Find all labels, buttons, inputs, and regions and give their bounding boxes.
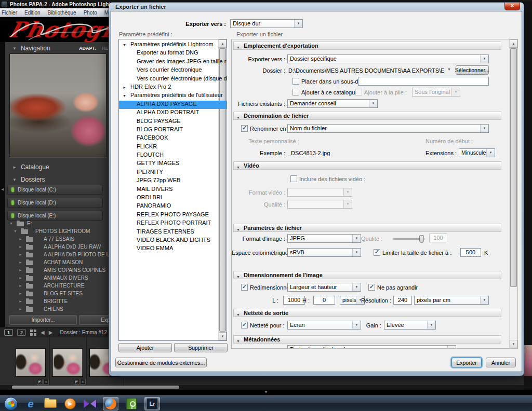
close-icon[interactable]: ✕	[504, 3, 520, 10]
limit-size-input[interactable]: 500	[460, 248, 481, 257]
export-destination-dropdown[interactable]: Disque dur▼	[230, 19, 303, 28]
image-format-dropdown[interactable]: JPEG▼	[287, 234, 361, 243]
preset-video-black-and-lights[interactable]: VIDEO BLACK AND LIGHTS	[119, 237, 227, 245]
second-window-button[interactable]: 2	[17, 329, 26, 336]
add-preset-button[interactable]: Ajouter	[118, 343, 172, 352]
scroll-down-icon[interactable]: ▼	[219, 332, 227, 340]
preset-floutch[interactable]: FLOUTCH	[119, 152, 227, 160]
preset-vers-courrier-lectronique-disque-dur[interactable]: Vers courrier électronique (disque dur)	[119, 75, 227, 84]
filmstrip-source-label[interactable]: Dossier : Emma #12	[60, 330, 107, 335]
navigation-panel-header[interactable]: ▼ Navigation	[12, 45, 50, 52]
folder-photos-lightroom[interactable]: ▼PHOTOS LIGHTROOM	[5, 228, 109, 236]
gain-dropdown[interactable]: Elevée▼	[384, 321, 436, 330]
location-export-to-dropdown[interactable]: Dossier spécifique▼	[287, 54, 489, 63]
menu-biblioth-que[interactable]: Bibliothèque	[48, 10, 76, 16]
lightroom-taskbar-icon[interactable]: Lr	[144, 397, 160, 410]
subfolder-input[interactable]	[358, 77, 489, 86]
next-photo-icon[interactable]: ▶	[49, 330, 53, 335]
menu-fichier[interactable]: Fichier	[2, 10, 17, 16]
preset-getty-images[interactable]: GETTY IMAGES	[119, 160, 227, 168]
preset-list[interactable]: ▲ ▼ ▼Paramètres prédéfinis LightroomExpo…	[118, 39, 227, 341]
add-to-catalog-checkbox[interactable]	[292, 89, 299, 95]
preset-graver-des-images-jpeg-en-taille-r-elle[interactable]: Graver des images JPEG en taille réelle	[119, 58, 227, 66]
preset-flickr[interactable]: FLICKR	[119, 143, 227, 152]
colorspace-dropdown[interactable]: sRVB▼	[287, 248, 361, 257]
scroll-down-icon[interactable]: ▼	[510, 340, 517, 348]
preset-video-emma[interactable]: VIDEO EMMA	[119, 245, 227, 253]
photo-thumbnail[interactable]	[52, 348, 83, 377]
folder-achat-maison[interactable]: ►ACHAT MAISON	[5, 259, 109, 267]
filmstrip-scrollbar-thumb[interactable]	[12, 386, 179, 389]
include-video-checkbox[interactable]	[290, 175, 297, 182]
firefox-icon[interactable]	[103, 397, 118, 410]
height-input[interactable]: 0	[313, 296, 335, 305]
internet-explorer-icon[interactable]: e	[24, 397, 37, 410]
section-header-naming[interactable]: Dénomination de fichier	[233, 112, 501, 120]
sharpen-checkbox[interactable]	[241, 322, 248, 328]
media-player-icon[interactable]: ▶	[63, 397, 77, 410]
volume-disque-local-d[interactable]: Disque local (D:)	[7, 198, 103, 208]
resolution-input[interactable]: 240	[393, 296, 412, 305]
navigator-preview-image[interactable]	[9, 53, 107, 157]
disclosure-icon[interactable]: ▼	[123, 43, 126, 47]
disclosure-icon[interactable]: ►	[19, 299, 22, 303]
filmstrip-thumbnail[interactable]: ◩±	[50, 337, 87, 385]
limit-size-checkbox[interactable]	[374, 249, 380, 256]
preset-ordi-bri[interactable]: ORDI BRI	[119, 194, 227, 202]
select-folder-button[interactable]: Sélectionner...	[456, 65, 489, 75]
disclosure-icon[interactable]: ►	[19, 245, 22, 249]
rename-checkbox[interactable]	[241, 125, 248, 132]
section-header-metadata[interactable]: Métadonnées	[233, 335, 501, 344]
filmstrip-thumbnail[interactable]: ◩±	[13, 337, 50, 385]
preset-blog-portrait[interactable]: BLOG PORTRAIT	[119, 126, 227, 134]
section-header-sharpening[interactable]: Netteté de sortie	[233, 309, 501, 317]
folder-animaux-divers[interactable]: ►ANIMAUX DIVERS	[5, 275, 109, 282]
folder-a-alpha-dxd-jeu-raw[interactable]: ►A ALPHA DxD JEU RAW	[5, 243, 109, 251]
preset-vers-courrier-lectronique[interactable]: Vers courrier électronique	[119, 66, 227, 75]
menu-photo[interactable]: Photo	[84, 10, 97, 16]
metadata-include-dropdown[interactable]: Toutes les métadonnées▼	[287, 345, 456, 349]
folder-history-chevron-icon[interactable]: ▼	[447, 67, 451, 71]
preset-blog-paysage[interactable]: BLOG PAYSAGE	[119, 118, 227, 126]
folder-architecture[interactable]: ►ARCHITECTURE	[5, 282, 109, 290]
panel-collapse-arrow-icon[interactable]: ◀	[0, 42, 5, 336]
preset-param-tres-pr-d-finis-de-l-utilisateur[interactable]: ▼Paramètres prédéfinis de l'utilisateur	[119, 92, 227, 100]
import-button[interactable]: Importer...	[9, 315, 77, 325]
folder-a-77-essais[interactable]: ►A 77 ESSAIS	[5, 236, 109, 243]
disclosure-icon[interactable]: ►	[123, 86, 126, 89]
disclosure-icon[interactable]: ►	[19, 292, 22, 295]
dialog-cancel-button[interactable]: Annuler	[486, 358, 516, 367]
preset-exporter-au-format-dng[interactable]: Exporter au format DNG	[119, 49, 227, 58]
grid-view-icon[interactable]	[30, 330, 36, 336]
preset-reflex-photo-paysage[interactable]: REFLEX PHOTO PAYSAGE	[119, 211, 227, 220]
disclosure-icon[interactable]: ►	[19, 253, 22, 256]
resolution-unit-dropdown[interactable]: pixels par cm▼	[414, 296, 489, 305]
zoom-fill-button[interactable]: REMPLIR	[102, 46, 109, 51]
no-enlarge-checkbox[interactable]	[368, 284, 375, 291]
resize-checkbox[interactable]	[241, 284, 248, 291]
volume-disque-local-c[interactable]: Disque local (C:)	[7, 185, 103, 195]
preset-jpeg-72pp-web[interactable]: JPEG 72pp WEB	[119, 177, 227, 185]
disclosure-icon[interactable]: ►	[19, 237, 22, 241]
folder-chiens[interactable]: ►CHIENS	[5, 306, 109, 313]
disclosure-icon[interactable]: ►	[19, 268, 22, 272]
dialog-export-button[interactable]: Exporter	[451, 358, 482, 367]
preset-alpha-dxd-paysage[interactable]: ALPHA DXD PAYSAGE	[119, 101, 227, 109]
filmstrip-scrollbar[interactable]	[0, 385, 532, 390]
disclosure-icon[interactable]: ►	[19, 284, 22, 287]
folder-amis-copains-copines[interactable]: ►AMIS COPAINS COPINES	[5, 267, 109, 275]
folder-brigitte[interactable]: ►BRIGITTE	[5, 298, 109, 306]
preset-panoramio[interactable]: PANORAMIO	[119, 202, 227, 211]
preset-ipernity[interactable]: IPERNITY	[119, 169, 227, 177]
folder-blog-et-sites[interactable]: ►BLOG ET SITES	[5, 290, 109, 298]
resize-mode-dropdown[interactable]: Largeur et hauteur▼	[287, 283, 361, 292]
section-header-file-settings[interactable]: Paramètres de fichier	[233, 224, 501, 232]
preset-tirages-externes[interactable]: TIRAGES EXTERNES	[119, 228, 227, 237]
extensions-dropdown[interactable]: Minuscules▼	[459, 148, 495, 157]
folder-a-alpha-dxd-photo-de-la-sem[interactable]: ►A ALPHA DxD PHOTO DE LA SEM	[5, 251, 109, 259]
disclosure-icon[interactable]: ►	[19, 307, 22, 311]
existing-files-dropdown[interactable]: Demander conseil▼	[287, 99, 378, 108]
preset-alpha-dxd-portrait[interactable]: ALPHA DXD PORTRAIT	[119, 109, 227, 117]
preset-param-tres-pr-d-finis-lightroom[interactable]: ▼Paramètres prédéfinis Lightroom	[119, 41, 227, 49]
main-window-button[interactable]: 1	[4, 329, 13, 336]
